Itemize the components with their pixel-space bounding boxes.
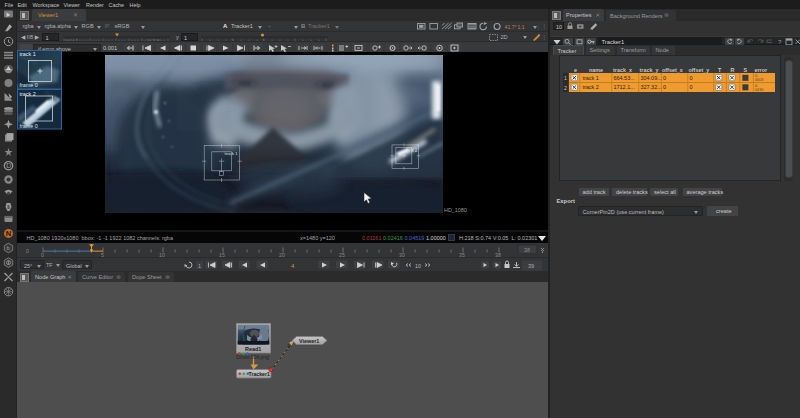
svg-text:N: N	[6, 229, 11, 238]
svg-text:track 1: track 1	[225, 151, 239, 156]
svg-text:664.53...: 664.53...	[613, 75, 635, 81]
svg-text:track 2: track 2	[582, 84, 599, 90]
svg-text:10: 10	[415, 263, 421, 269]
svg-text:1: 1	[198, 263, 201, 269]
svg-text:Read1: Read1	[245, 346, 261, 352]
svg-text:304.09...: 304.09...	[640, 75, 662, 81]
svg-text:?: ?	[778, 39, 782, 45]
svg-text:327.32...: 327.32...	[640, 84, 662, 90]
svg-text:0430: 0430	[755, 88, 763, 92]
svg-text:D: D	[6, 162, 11, 169]
svg-text:Driver.004.png: Driver.004.png	[236, 354, 269, 360]
svg-text:track 1: track 1	[582, 75, 599, 81]
svg-text:1:1: 1:1	[518, 24, 525, 30]
svg-text:0003: 0003	[755, 78, 763, 82]
svg-text:b: b	[7, 245, 10, 251]
svg-text:0: 0	[663, 84, 666, 90]
svg-text:4: 4	[291, 263, 295, 269]
svg-text:39: 39	[528, 263, 534, 269]
svg-text:Tracker1: Tracker1	[249, 371, 270, 377]
svg-text:38: 38	[524, 247, 530, 253]
svg-text:0: 0	[663, 75, 666, 81]
svg-text:Viewer1: Viewer1	[299, 338, 319, 344]
svg-text:track 2: track 2	[20, 91, 36, 97]
svg-text:1: 1	[287, 344, 290, 349]
svg-text:0: 0	[689, 84, 692, 90]
svg-text:track 1: track 1	[20, 51, 36, 57]
svg-text:41.7°: 41.7°	[505, 24, 517, 30]
svg-text:1712.1...: 1712.1...	[613, 84, 635, 90]
svg-text:k 2: k 2	[412, 148, 419, 153]
svg-text:frame 0: frame 0	[20, 82, 38, 88]
svg-text:frame 0: frame 0	[20, 123, 38, 129]
svg-text:0: 0	[689, 75, 692, 81]
